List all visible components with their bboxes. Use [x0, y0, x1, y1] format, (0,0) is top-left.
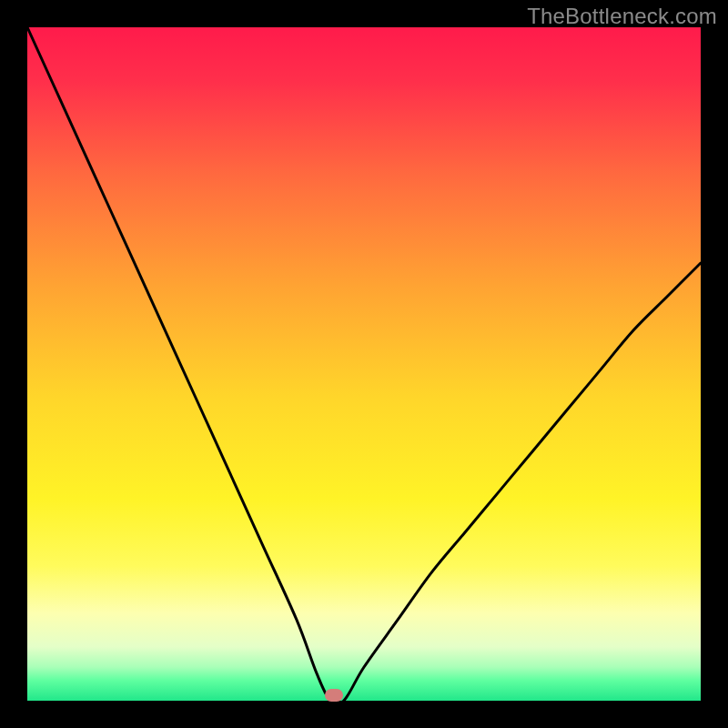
chart-frame: TheBottleneck.com — [0, 0, 728, 728]
optimal-point-marker — [325, 689, 343, 702]
gradient-background — [27, 27, 701, 701]
plot-svg — [27, 27, 701, 701]
plot-area — [27, 27, 701, 701]
watermark-text: TheBottleneck.com — [527, 4, 717, 29]
